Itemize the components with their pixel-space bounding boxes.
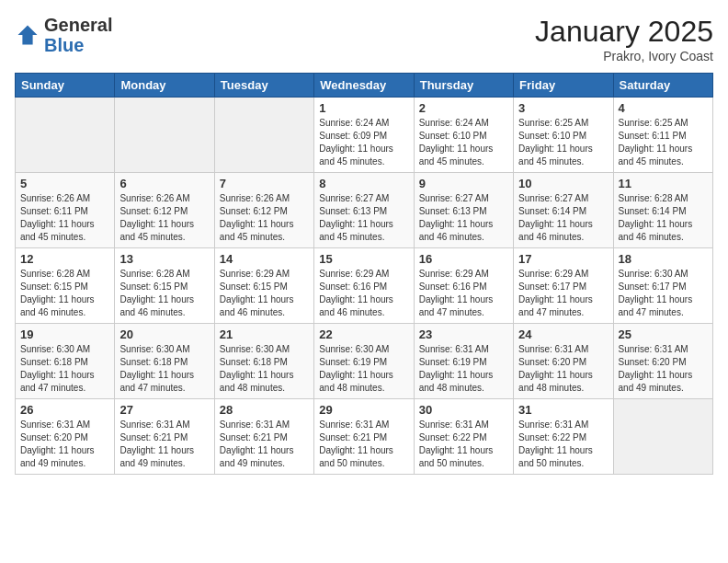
day-number: 18 <box>619 252 708 266</box>
table-row: 18Sunrise: 6:30 AM Sunset: 6:17 PM Dayli… <box>613 248 712 324</box>
table-row: 4Sunrise: 6:25 AM Sunset: 6:11 PM Daylig… <box>613 98 712 173</box>
table-row: 21Sunrise: 6:30 AM Sunset: 6:18 PM Dayli… <box>214 324 313 399</box>
day-number: 27 <box>119 403 209 417</box>
day-number: 29 <box>319 403 408 417</box>
logo-icon <box>15 22 40 48</box>
day-number: 9 <box>419 177 508 190</box>
day-number: 20 <box>119 327 209 341</box>
day-number: 1 <box>319 101 408 115</box>
day-info: Sunrise: 6:27 AM Sunset: 6:14 PM Dayligh… <box>518 192 608 244</box>
day-info: Sunrise: 6:30 AM Sunset: 6:18 PM Dayligh… <box>220 343 309 395</box>
table-row: 24Sunrise: 6:31 AM Sunset: 6:20 PM Dayli… <box>514 324 613 399</box>
day-info: Sunrise: 6:25 AM Sunset: 6:11 PM Dayligh… <box>619 117 708 168</box>
calendar-week-row: 26Sunrise: 6:31 AM Sunset: 6:20 PM Dayli… <box>16 399 713 475</box>
table-row: 25Sunrise: 6:31 AM Sunset: 6:20 PM Dayli… <box>613 324 712 399</box>
day-info: Sunrise: 6:29 AM Sunset: 6:16 PM Dayligh… <box>319 268 408 319</box>
day-info: Sunrise: 6:29 AM Sunset: 6:15 PM Dayligh… <box>220 268 309 319</box>
day-info: Sunrise: 6:30 AM Sunset: 6:18 PM Dayligh… <box>119 343 209 395</box>
logo-text: General Blue <box>44 15 112 55</box>
day-info: Sunrise: 6:31 AM Sunset: 6:20 PM Dayligh… <box>619 343 708 395</box>
table-row: 20Sunrise: 6:30 AM Sunset: 6:18 PM Dayli… <box>115 324 214 399</box>
table-row: 1Sunrise: 6:24 AM Sunset: 6:09 PM Daylig… <box>314 98 414 173</box>
day-info: Sunrise: 6:26 AM Sunset: 6:12 PM Dayligh… <box>220 192 309 244</box>
table-row: 26Sunrise: 6:31 AM Sunset: 6:20 PM Dayli… <box>16 399 115 475</box>
day-info: Sunrise: 6:24 AM Sunset: 6:10 PM Dayligh… <box>419 117 508 168</box>
table-row: 7Sunrise: 6:26 AM Sunset: 6:12 PM Daylig… <box>214 173 313 248</box>
day-number: 2 <box>419 101 508 115</box>
day-info: Sunrise: 6:28 AM Sunset: 6:14 PM Dayligh… <box>619 192 708 244</box>
day-number: 10 <box>518 177 608 190</box>
table-row: 6Sunrise: 6:26 AM Sunset: 6:12 PM Daylig… <box>115 173 214 248</box>
table-row: 19Sunrise: 6:30 AM Sunset: 6:18 PM Dayli… <box>16 324 115 399</box>
table-row: 3Sunrise: 6:25 AM Sunset: 6:10 PM Daylig… <box>514 98 613 173</box>
table-row: 16Sunrise: 6:29 AM Sunset: 6:16 PM Dayli… <box>414 248 513 324</box>
day-number: 31 <box>518 403 608 417</box>
table-row: 28Sunrise: 6:31 AM Sunset: 6:21 PM Dayli… <box>214 399 313 475</box>
day-number: 23 <box>419 327 508 341</box>
logo-general-text: General <box>44 15 112 35</box>
day-info: Sunrise: 6:30 AM Sunset: 6:18 PM Dayligh… <box>20 343 109 395</box>
day-info: Sunrise: 6:30 AM Sunset: 6:17 PM Dayligh… <box>619 268 708 319</box>
day-number: 19 <box>20 327 109 341</box>
day-info: Sunrise: 6:29 AM Sunset: 6:17 PM Dayligh… <box>518 268 608 319</box>
day-number: 11 <box>619 177 708 190</box>
table-row: 8Sunrise: 6:27 AM Sunset: 6:13 PM Daylig… <box>314 173 414 248</box>
day-number: 5 <box>20 177 109 190</box>
col-friday: Friday <box>514 74 613 98</box>
table-row <box>16 98 115 173</box>
col-monday: Monday <box>115 74 214 98</box>
location-subtitle: Prakro, Ivory Coast <box>535 49 713 63</box>
day-number: 30 <box>419 403 508 417</box>
table-row: 9Sunrise: 6:27 AM Sunset: 6:13 PM Daylig… <box>414 173 513 248</box>
logo: General Blue <box>15 15 112 55</box>
day-info: Sunrise: 6:28 AM Sunset: 6:15 PM Dayligh… <box>119 268 209 319</box>
table-row: 15Sunrise: 6:29 AM Sunset: 6:16 PM Dayli… <box>314 248 414 324</box>
day-info: Sunrise: 6:31 AM Sunset: 6:21 PM Dayligh… <box>319 419 408 470</box>
day-info: Sunrise: 6:30 AM Sunset: 6:19 PM Dayligh… <box>319 343 408 395</box>
day-info: Sunrise: 6:25 AM Sunset: 6:10 PM Dayligh… <box>518 117 608 168</box>
day-info: Sunrise: 6:31 AM Sunset: 6:19 PM Dayligh… <box>419 343 508 395</box>
logo-blue-text: Blue <box>44 35 84 55</box>
day-info: Sunrise: 6:31 AM Sunset: 6:21 PM Dayligh… <box>220 419 309 470</box>
day-number: 6 <box>119 177 209 190</box>
day-info: Sunrise: 6:31 AM Sunset: 6:20 PM Dayligh… <box>518 343 608 395</box>
svg-marker-0 <box>18 26 38 45</box>
day-number: 24 <box>518 327 608 341</box>
day-number: 22 <box>319 327 408 341</box>
col-tuesday: Tuesday <box>214 74 313 98</box>
day-number: 17 <box>518 252 608 266</box>
calendar-week-row: 19Sunrise: 6:30 AM Sunset: 6:18 PM Dayli… <box>16 324 713 399</box>
table-row: 13Sunrise: 6:28 AM Sunset: 6:15 PM Dayli… <box>115 248 214 324</box>
day-number: 28 <box>220 403 309 417</box>
day-info: Sunrise: 6:31 AM Sunset: 6:20 PM Dayligh… <box>20 419 109 470</box>
day-info: Sunrise: 6:24 AM Sunset: 6:09 PM Dayligh… <box>319 117 408 168</box>
calendar-week-row: 12Sunrise: 6:28 AM Sunset: 6:15 PM Dayli… <box>16 248 713 324</box>
day-info: Sunrise: 6:27 AM Sunset: 6:13 PM Dayligh… <box>319 192 408 244</box>
day-number: 15 <box>319 252 408 266</box>
col-sunday: Sunday <box>16 74 115 98</box>
day-info: Sunrise: 6:26 AM Sunset: 6:11 PM Dayligh… <box>20 192 109 244</box>
col-saturday: Saturday <box>613 74 712 98</box>
table-row: 29Sunrise: 6:31 AM Sunset: 6:21 PM Dayli… <box>314 399 414 475</box>
table-row: 17Sunrise: 6:29 AM Sunset: 6:17 PM Dayli… <box>514 248 613 324</box>
day-number: 4 <box>619 101 708 115</box>
table-row: 5Sunrise: 6:26 AM Sunset: 6:11 PM Daylig… <box>16 173 115 248</box>
day-info: Sunrise: 6:29 AM Sunset: 6:16 PM Dayligh… <box>419 268 508 319</box>
calendar-header-row: Sunday Monday Tuesday Wednesday Thursday… <box>16 74 713 98</box>
title-block: January 2025 Prakro, Ivory Coast <box>535 15 713 63</box>
day-number: 13 <box>119 252 209 266</box>
table-row: 31Sunrise: 6:31 AM Sunset: 6:22 PM Dayli… <box>514 399 613 475</box>
day-number: 14 <box>220 252 309 266</box>
day-info: Sunrise: 6:31 AM Sunset: 6:21 PM Dayligh… <box>119 419 209 470</box>
day-info: Sunrise: 6:26 AM Sunset: 6:12 PM Dayligh… <box>119 192 209 244</box>
day-number: 26 <box>20 403 109 417</box>
table-row <box>613 399 712 475</box>
day-number: 21 <box>220 327 309 341</box>
col-wednesday: Wednesday <box>314 74 414 98</box>
table-row: 2Sunrise: 6:24 AM Sunset: 6:10 PM Daylig… <box>414 98 513 173</box>
day-number: 25 <box>619 327 708 341</box>
table-row: 30Sunrise: 6:31 AM Sunset: 6:22 PM Dayli… <box>414 399 513 475</box>
table-row: 12Sunrise: 6:28 AM Sunset: 6:15 PM Dayli… <box>16 248 115 324</box>
day-number: 3 <box>518 101 608 115</box>
table-row: 10Sunrise: 6:27 AM Sunset: 6:14 PM Dayli… <box>514 173 613 248</box>
